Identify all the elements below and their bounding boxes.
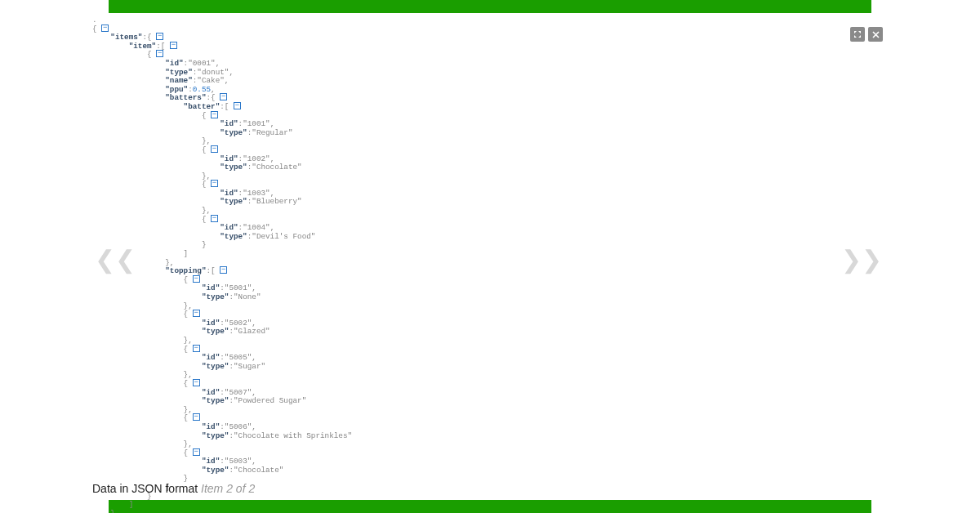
caption: Data in JSON format Item 2 of 2: [92, 482, 255, 495]
collapse-toggle[interactable]: −: [193, 448, 200, 456]
collapse-toggle[interactable]: −: [193, 413, 200, 421]
collapse-toggle[interactable]: −: [101, 25, 109, 32]
json-code: . { − "items":{ − "item":[ − { − "id":"0…: [92, 16, 888, 513]
collapse-toggle[interactable]: −: [211, 180, 218, 187]
json-viewer: . { − "items":{ − "item":[ − { − "id":"0…: [92, 16, 888, 479]
caption-title: Data in JSON format: [92, 482, 201, 495]
collapse-toggle[interactable]: −: [220, 266, 227, 274]
collapse-toggle[interactable]: −: [220, 93, 227, 100]
top-bar: [109, 0, 871, 13]
collapse-toggle[interactable]: −: [193, 379, 200, 386]
collapse-toggle[interactable]: −: [211, 215, 218, 222]
collapse-toggle[interactable]: −: [193, 310, 200, 317]
collapse-toggle[interactable]: −: [211, 111, 218, 118]
collapse-toggle[interactable]: −: [211, 145, 218, 153]
collapse-toggle[interactable]: −: [156, 33, 163, 40]
collapse-toggle[interactable]: −: [193, 275, 200, 283]
caption-sub: Item 2 of 2: [201, 482, 255, 495]
collapse-toggle[interactable]: −: [170, 42, 177, 49]
collapse-toggle[interactable]: −: [156, 50, 163, 57]
collapse-toggle[interactable]: −: [193, 345, 200, 352]
collapse-toggle[interactable]: −: [234, 102, 241, 109]
